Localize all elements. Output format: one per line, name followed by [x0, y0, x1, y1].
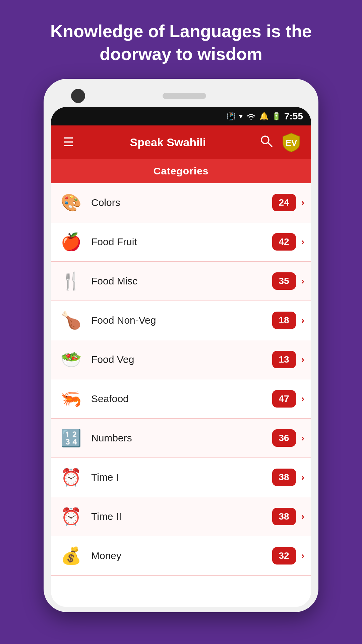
status-icons: 📳 ▾ 🔔 🔋 7:55: [227, 111, 303, 122]
list-item[interactable]: 🔢 Numbers 36 ›: [51, 419, 311, 458]
phone-camera: [71, 89, 85, 103]
category-label-numbers: Numbers: [91, 432, 272, 444]
list-item[interactable]: 🍗 Food Non-Veg 18 ›: [51, 301, 311, 340]
category-icon-numbers: 🔢: [58, 425, 84, 451]
app-logo: EV: [281, 132, 302, 153]
app-toolbar: ☰ Speak Swahili EV: [51, 125, 311, 159]
category-icon-money: 💰: [58, 542, 84, 569]
category-count-food-non-veg: 18: [272, 312, 296, 329]
category-count-food-misc: 35: [272, 272, 296, 290]
category-arrow-food-veg: ›: [301, 354, 304, 365]
category-label-seafood: Seafood: [91, 393, 272, 405]
category-arrow-food-non-veg: ›: [301, 315, 304, 326]
list-item[interactable]: 🎨 Colors 24 ›: [51, 183, 311, 222]
status-bar: 📳 ▾ 🔔 🔋 7:55: [51, 107, 311, 125]
category-icon-seafood: 🦐: [58, 385, 84, 412]
category-icon-food-veg: 🥗: [58, 346, 84, 373]
hamburger-button[interactable]: ☰: [60, 133, 76, 151]
phone-frame: 📳 ▾ 🔔 🔋 7:55 ☰ Speak Swahili: [44, 79, 318, 612]
category-icon-food-fruit: 🍎: [58, 228, 84, 255]
category-arrow-food-misc: ›: [301, 276, 304, 286]
category-label-food-veg: Food Veg: [91, 354, 272, 365]
category-arrow-numbers: ›: [301, 433, 304, 443]
category-label-food-misc: Food Misc: [91, 275, 272, 287]
category-arrow-money: ›: [301, 550, 304, 561]
category-count-numbers: 36: [272, 429, 296, 447]
vibrate-icon: 📳: [227, 112, 236, 121]
category-icon-time-i: ⏰: [58, 464, 84, 491]
phone-speaker: [163, 93, 206, 99]
list-item[interactable]: 💰 Money 32 ›: [51, 536, 311, 576]
notification-icon: 🔔: [259, 112, 268, 121]
category-label-food-fruit: Food Fruit: [91, 236, 272, 248]
wifi-icon-svg: [246, 113, 256, 120]
svg-line-1: [268, 143, 272, 147]
phone-notch: [51, 86, 311, 107]
svg-text:EV: EV: [286, 138, 297, 148]
category-count-colors: 24: [272, 194, 296, 211]
list-item[interactable]: ⏰ Time II 38 ›: [51, 497, 311, 536]
battery-icon: 🔋: [272, 112, 281, 121]
category-count-time-i: 38: [272, 469, 296, 486]
category-count-food-fruit: 42: [272, 233, 296, 251]
list-item[interactable]: 🍎 Food Fruit 42 ›: [51, 222, 311, 262]
category-arrow-time-ii: ›: [301, 511, 304, 522]
category-icon-food-non-veg: 🍗: [58, 307, 84, 334]
list-item[interactable]: 🥗 Food Veg 13 ›: [51, 340, 311, 379]
category-count-money: 32: [272, 547, 296, 565]
category-label-food-non-veg: Food Non-Veg: [91, 315, 272, 326]
wifi-icon: ▾: [239, 112, 243, 121]
category-arrow-time-i: ›: [301, 472, 304, 483]
header-quote: Knowledge of Languages is the doorway to…: [0, 0, 362, 79]
category-arrow-food-fruit: ›: [301, 236, 304, 247]
category-label-time-i: Time I: [91, 472, 272, 483]
category-label-colors: Colors: [91, 197, 272, 208]
search-button[interactable]: [259, 134, 273, 151]
category-count-seafood: 47: [272, 390, 296, 408]
list-item[interactable]: ⏰ Time I 38 ›: [51, 458, 311, 497]
categories-bar: Categories: [51, 159, 311, 183]
category-icon-colors: 🎨: [58, 189, 84, 216]
category-icon-time-ii: ⏰: [58, 503, 84, 530]
category-list: 🎨 Colors 24 › 🍎 Food Fruit 42 › 🍴 Food M…: [51, 183, 311, 607]
status-time: 7:55: [284, 111, 303, 122]
category-count-time-ii: 38: [272, 508, 296, 525]
list-item[interactable]: 🦐 Seafood 47 ›: [51, 379, 311, 419]
category-label-time-ii: Time II: [91, 511, 272, 522]
category-icon-food-misc: 🍴: [58, 268, 84, 294]
phone-screen: 📳 ▾ 🔔 🔋 7:55 ☰ Speak Swahili: [51, 107, 311, 607]
list-item[interactable]: 🍴 Food Misc 35 ›: [51, 262, 311, 301]
category-label-money: Money: [91, 550, 272, 561]
category-arrow-colors: ›: [301, 197, 304, 208]
app-title: Speak Swahili: [84, 136, 251, 149]
category-arrow-seafood: ›: [301, 393, 304, 404]
categories-label: Categories: [153, 165, 208, 177]
category-count-food-veg: 13: [272, 351, 296, 368]
